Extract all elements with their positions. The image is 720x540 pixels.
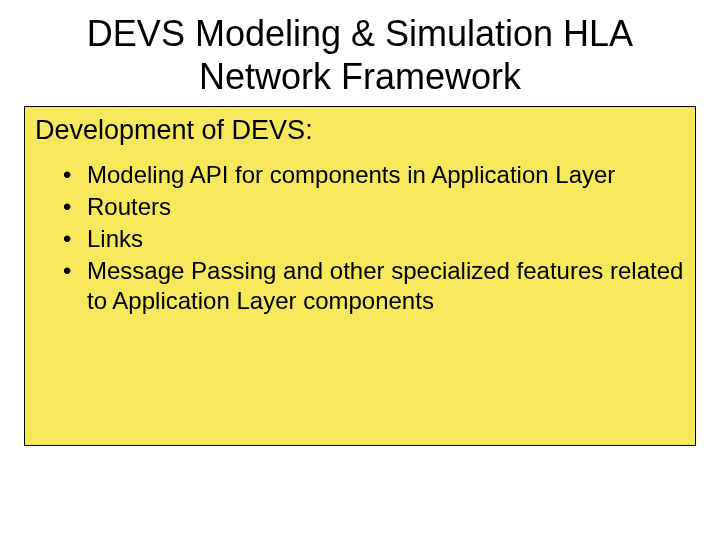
content-box: Development of DEVS: Modeling API for co… (24, 106, 696, 446)
slide-container: DEVS Modeling & Simulation HLA Network F… (0, 0, 720, 540)
list-item: Message Passing and other specialized fe… (63, 256, 685, 316)
bullet-list: Modeling API for components in Applicati… (35, 160, 685, 316)
subtitle: Development of DEVS: (35, 115, 685, 146)
slide-title: DEVS Modeling & Simulation HLA Network F… (24, 12, 696, 98)
list-item: Links (63, 224, 685, 254)
list-item: Routers (63, 192, 685, 222)
list-item: Modeling API for components in Applicati… (63, 160, 685, 190)
